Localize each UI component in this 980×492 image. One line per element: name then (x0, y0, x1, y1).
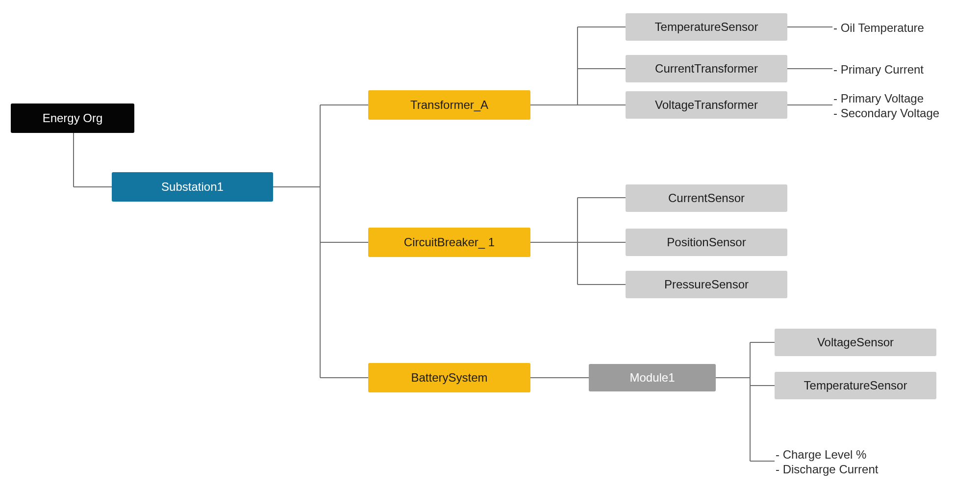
node-substation1: Substation1 (112, 172, 273, 202)
attr-oil-temperature: - Oil Temperature (833, 21, 924, 35)
node-temperature-sensor: TemperatureSensor (626, 13, 787, 41)
node-pressure-sensor: PressureSensor (626, 271, 787, 298)
node-energy-org: Energy Org (11, 104, 134, 133)
attr-text: - Charge Level % (776, 447, 866, 462)
attr-text: - Discharge Current (776, 462, 878, 477)
attr-text: - Oil Temperature (833, 21, 924, 35)
node-temperature-sensor-2: TemperatureSensor (775, 372, 936, 399)
node-voltage-transformer: VoltageTransformer (626, 91, 787, 119)
diagram-stage: Energy Org Substation1 Transformer_A Cir… (0, 0, 980, 492)
node-transformer-a: Transformer_A (368, 90, 530, 120)
node-battery-system: BatterySystem (368, 363, 530, 392)
attr-text: - Primary Current (833, 62, 924, 77)
attr-primary-current: - Primary Current (833, 62, 924, 77)
attr-text: - Secondary Voltage (833, 106, 939, 121)
node-current-transformer: CurrentTransformer (626, 55, 787, 82)
attr-text: - Primary Voltage (833, 91, 924, 106)
node-position-sensor: PositionSensor (626, 229, 787, 256)
node-circuit-breaker-1: CircuitBreaker_ 1 (368, 228, 530, 257)
node-module1: Module1 (589, 364, 716, 391)
node-current-sensor: CurrentSensor (626, 184, 787, 212)
attr-voltage-transformer: - Primary Voltage - Secondary Voltage (833, 91, 939, 121)
attr-module1: - Charge Level % - Discharge Current (776, 447, 878, 477)
node-voltage-sensor: VoltageSensor (775, 329, 936, 356)
